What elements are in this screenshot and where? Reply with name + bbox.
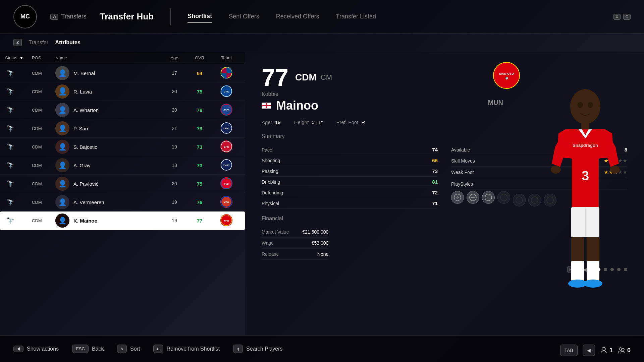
svg-text:THFC: THFC [223,127,230,130]
show-actions-item[interactable]: Show actions [13,346,59,352]
market-value-row: Market Value €21,500,000 [262,227,328,238]
people-icon [618,347,625,354]
search-players-item[interactable]: q Search Players [233,345,283,353]
player-status: 🔭 [5,68,32,78]
player-ovr: 75 [186,181,213,187]
c-key: C [623,14,631,20]
svg-point-30 [570,89,600,124]
main-content: Status POS Name Age OVR Team 🔭 CDM 👤 [0,52,644,335]
svg-text:LFC: LFC [224,145,229,148]
player-age: 19 [163,199,186,205]
svg-point-26 [500,194,507,201]
player-team: CPFC [213,104,240,117]
nationality-flag [262,103,271,109]
stat-passing: Passing 73 [262,166,438,177]
player-age: 20 [163,181,186,186]
stat-physical: Physical 71 [262,198,438,209]
player-name: A. Gray [73,163,163,168]
playstyle-icon-2 [467,191,479,204]
transfers-nav[interactable]: W Transfers [50,13,87,20]
stat-pace-val: 74 [424,147,438,153]
tab-received-offers[interactable]: Received Offers [276,10,319,23]
player-avatar: 👤 [55,121,69,135]
player-name: R. Lavia [73,89,163,95]
scout-icon: 🔭 [5,68,16,78]
player-pos: CDM [32,218,55,223]
player-age: 21 [163,126,186,131]
player-ovr: 77 [186,218,213,224]
player-status: 🔭 [5,86,32,97]
back-nav-button[interactable]: ◀ [583,345,595,356]
scout-icon: 🔭 [5,86,16,97]
tab-transfer-listed[interactable]: Transfer Listed [336,10,376,23]
player-pos: CDM [32,89,55,94]
sub-tab-attributes[interactable]: Attributes [55,40,80,46]
remove-shortlist-item[interactable]: d Remove from Shortlist [153,345,220,353]
age-label: Age: 19 [262,119,281,125]
player-ovr: 64 [186,70,213,76]
table-row[interactable]: 🔭 CDM 👤 A. Vermeeren 19 76 ATM [0,193,245,212]
player-team: LFC [213,140,240,154]
remove-shortlist-key: d [153,345,163,353]
stat-dribbling-val: 81 [424,179,438,185]
search-players-label: Search Players [246,346,283,352]
player-ovr: 75 [186,89,213,95]
playstyle-icon-3: ↑↓ [482,191,495,204]
table-row[interactable]: 🔭 CDM 👤 P. Sarr 21 79 THFC [0,119,245,138]
player-avatar: 👤 [55,140,69,154]
wage-value: €53,000 [312,240,329,246]
height-info: Height 5'11" [294,119,323,125]
player-status: 🔭 [5,123,32,134]
team-badge: FCB [220,177,232,189]
table-row[interactable]: 🔭 CDM 👤 R. Lavia 20 75 CFC [0,82,245,101]
scout-icon: 🔭 [5,215,16,226]
player-team: ATM [213,196,240,209]
back-item[interactable]: ESC Back [72,345,104,353]
svg-text:MAN: MAN [224,219,229,222]
player-surname: Mainoo [276,99,318,113]
svg-point-40 [584,280,602,288]
team-badge: MAN [220,214,232,226]
player-ovr: 73 [186,144,213,150]
player-age: 20 [163,107,186,113]
tab-sent-offers[interactable]: Sent Offers [229,10,259,23]
col-ovr: OVR [186,55,213,60]
sub-tab-transfer[interactable]: Transfer [29,40,48,46]
nav-divider [170,8,171,25]
svg-point-44 [578,102,583,108]
table-row[interactable]: 🔭 CDM 👤 M. Bernal 17 64 [0,64,245,82]
table-row[interactable]: 🔭 CDM 👤 K. Mainoo 19 77 MAN [0,212,245,230]
playstyle-icon-4 [497,191,510,204]
svg-point-41 [551,166,561,174]
sort-key: s [117,345,127,353]
table-row[interactable]: 🔭 CDM 👤 A. Gray 18 73 THFC [0,156,245,175]
svg-rect-31 [581,123,589,129]
count-2: 0 [627,347,631,354]
player-avatar: 👤 [55,158,69,172]
transfers-label: Transfers [61,13,86,20]
player-name: M. Bernal [73,70,163,76]
player-name: P. Sarr [73,126,163,131]
wage-row: Wage €53,000 [262,238,328,249]
table-row[interactable]: 🔭 CDM 👤 S. Bajcetic 19 73 LFC [0,138,245,156]
sort-label: Sort [130,346,140,352]
tab-button[interactable]: TAB [560,345,578,356]
table-row[interactable]: 🔭 CDM 👤 A. Wharton 20 78 CPFC [0,101,245,119]
sort-arrow-icon [20,57,23,59]
player-3d-figure: 3 [527,52,644,335]
col-status: Status [5,55,32,60]
svg-text:FCB: FCB [224,182,229,185]
player-name: S. Bajcetic [73,144,163,150]
tab-shortlist[interactable]: Shortlist [187,10,212,23]
counter-1: 1 [600,347,613,354]
svg-point-46 [602,347,605,351]
w-key-badge: W [50,14,58,20]
sort-item[interactable]: s Sort [117,345,140,353]
stat-pace: Pace 74 [262,144,438,155]
playstyle-icon-5 [513,194,526,206]
player-avatar: 👤 [55,66,69,80]
player-team: THFC [213,159,240,172]
col-name: Name [55,55,163,60]
back-key: ESC [72,345,89,353]
table-row[interactable]: 🔭 CDM 👤 A. Pavlović 20 75 FCB [0,175,245,193]
